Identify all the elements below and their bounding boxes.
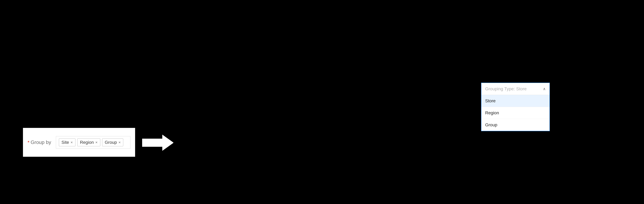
tag-region-close[interactable]: × — [96, 141, 98, 144]
group-by-panel: * Group by Site × Region × Group × — [23, 128, 135, 157]
chevron-up-icon: ∧ — [543, 87, 546, 91]
dropdown-item-store[interactable]: Store — [482, 95, 550, 107]
required-asterisk: * — [28, 140, 29, 145]
arrow-icon — [142, 134, 174, 151]
dropdown-header-text: Grouping Type: Store — [485, 86, 527, 91]
tag-group[interactable]: Group × — [102, 139, 124, 146]
tags-container[interactable]: Site × Region × Group × — [56, 136, 130, 149]
tag-site[interactable]: Site × — [59, 139, 76, 146]
grouping-type-dropdown[interactable]: Grouping Type: Store ∧ Store Region Grou… — [481, 83, 550, 131]
tag-site-close[interactable]: × — [70, 141, 73, 144]
tag-region[interactable]: Region × — [77, 139, 100, 146]
tag-site-label: Site — [62, 140, 69, 145]
svg-marker-0 — [142, 135, 174, 151]
tag-region-label: Region — [80, 140, 94, 145]
arrow-container — [140, 133, 175, 152]
dropdown-item-group[interactable]: Group — [482, 119, 550, 131]
tag-group-label: Group — [105, 140, 117, 145]
group-by-text: Group by — [30, 139, 51, 145]
group-by-label: * Group by — [28, 139, 51, 145]
dropdown-header[interactable]: Grouping Type: Store ∧ — [482, 83, 550, 95]
tag-group-close[interactable]: × — [118, 141, 120, 144]
dropdown-item-region[interactable]: Region — [482, 107, 550, 119]
